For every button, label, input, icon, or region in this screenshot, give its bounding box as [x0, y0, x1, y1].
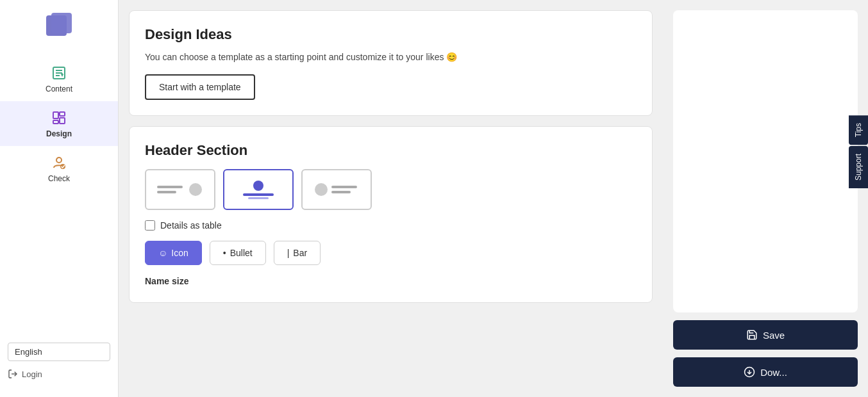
svg-point-10: [56, 158, 62, 163]
name-size-row: Name size: [145, 275, 637, 287]
save-button[interactable]: Save: [673, 320, 858, 350]
svg-point-16: [253, 181, 263, 191]
details-as-table-row: Details as table: [145, 220, 637, 231]
svg-rect-1: [51, 13, 72, 33]
name-size-label: Name size: [145, 276, 188, 286]
login-label: Login: [22, 369, 42, 379]
bullet-style-icon: •: [223, 248, 226, 258]
svg-rect-14: [157, 191, 176, 193]
layout-option-1[interactable]: [145, 169, 215, 210]
svg-rect-6: [53, 112, 58, 118]
login-button[interactable]: Login: [8, 366, 110, 382]
svg-point-11: [60, 164, 65, 169]
save-button-label: Save: [763, 330, 785, 341]
layout-option-2[interactable]: [223, 169, 294, 210]
sidebar-bottom: Login: [0, 337, 118, 387]
login-icon: [8, 369, 18, 379]
bullet-style-label: Bullet: [230, 248, 253, 258]
download-button-label: Dow...: [760, 367, 787, 378]
sidebar-item-design[interactable]: Design: [0, 101, 118, 146]
svg-rect-9: [53, 120, 58, 124]
start-template-button[interactable]: Start with a template: [145, 74, 255, 100]
icon-style-icon: ☺: [158, 248, 167, 258]
header-section-card: Header Section: [129, 126, 653, 303]
tips-tab[interactable]: Tips: [849, 115, 868, 145]
svg-point-19: [315, 183, 328, 196]
layout-option-3[interactable]: [301, 169, 372, 210]
bar-style-label: Bar: [293, 248, 307, 258]
details-as-table-checkbox[interactable]: [145, 220, 155, 231]
bar-style-icon: |: [287, 248, 290, 258]
sidebar-item-check[interactable]: Check: [0, 146, 118, 191]
design-ideas-desc: You can choose a template as a starting …: [145, 51, 637, 64]
list-style-bar-button[interactable]: | Bar: [274, 241, 321, 265]
content-icon: [50, 64, 68, 82]
support-tab[interactable]: Support: [849, 146, 868, 188]
svg-rect-18: [248, 197, 269, 199]
language-input[interactable]: [8, 343, 110, 361]
app-logo: [44, 10, 74, 41]
download-icon: [744, 366, 755, 378]
svg-rect-13: [157, 186, 183, 188]
design-icon: [50, 109, 68, 127]
design-ideas-emoji: 😊: [446, 52, 457, 62]
svg-rect-7: [60, 112, 65, 116]
svg-rect-21: [331, 191, 351, 193]
design-ideas-title: Design Ideas: [145, 26, 637, 43]
layout-options: [145, 169, 637, 210]
check-icon: [50, 154, 68, 172]
save-icon: [746, 329, 758, 341]
design-ideas-card: Design Ideas You can choose a template a…: [129, 10, 653, 116]
sidebar-item-check-label: Check: [48, 174, 70, 183]
preview-card: [673, 10, 858, 312]
svg-point-15: [189, 183, 202, 196]
sidebar-nav: Content Design: [0, 56, 118, 337]
sidebar: Content Design: [0, 0, 119, 397]
sidebar-item-design-label: Design: [46, 129, 72, 138]
sidebar-item-content[interactable]: Content: [0, 56, 118, 101]
svg-rect-17: [243, 193, 274, 196]
side-tabs: Tips Support: [849, 115, 868, 188]
sidebar-item-content-label: Content: [46, 85, 72, 93]
header-section-title: Header Section: [145, 142, 637, 159]
design-ideas-description-text: You can choose a template as a starting …: [145, 52, 444, 62]
svg-rect-20: [331, 186, 357, 188]
main-content: Design Ideas You can choose a template a…: [119, 0, 663, 397]
icon-style-label: Icon: [171, 248, 188, 258]
svg-rect-8: [60, 118, 65, 124]
download-button[interactable]: Dow...: [673, 357, 858, 387]
list-style-icon-button[interactable]: ☺ Icon: [145, 241, 202, 265]
list-style-bullet-button[interactable]: • Bullet: [210, 241, 266, 265]
details-as-table-label: Details as table: [160, 220, 222, 231]
right-panel: Save Dow...: [663, 0, 868, 397]
list-style-options: ☺ Icon • Bullet | Bar: [145, 241, 637, 265]
